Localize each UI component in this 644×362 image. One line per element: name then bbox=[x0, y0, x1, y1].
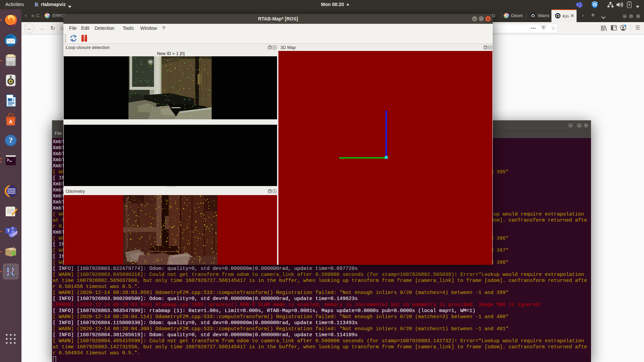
svg-text:T: T bbox=[7, 228, 10, 233]
svg-text:A: A bbox=[9, 119, 12, 124]
svg-text:R: R bbox=[35, 2, 39, 7]
svg-text:R: R bbox=[6, 265, 16, 278]
svg-text:?: ? bbox=[9, 136, 13, 144]
svg-text:T: T bbox=[577, 3, 579, 6]
